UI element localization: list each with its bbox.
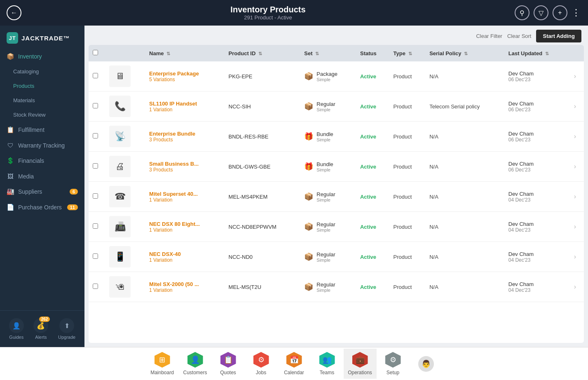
sidebar-item-stock-review[interactable]: Stock Review (0, 108, 84, 122)
table-row[interactable]: 📞 SL1100 IP Handset 1 Variation NCC-SIH … (89, 91, 584, 122)
chevron-right-icon[interactable]: › (574, 133, 576, 140)
row-chevron[interactable]: › (570, 242, 584, 272)
row-chevron[interactable]: › (570, 272, 584, 302)
row-checkbox[interactable] (93, 163, 98, 169)
sort-name-icon[interactable]: ⇅ (166, 51, 170, 56)
chevron-right-icon[interactable]: › (574, 283, 576, 290)
row-chevron[interactable]: › (570, 61, 584, 91)
table-row[interactable]: 📱 NEC DSX-40 1 Variation NCC-ND0 📦 Regul… (89, 242, 584, 272)
table-row[interactable]: 🖲 Mitel SX-2000 (50 ... 1 Variation MEL-… (89, 272, 584, 302)
more-options-button[interactable]: ⋮ (572, 7, 581, 18)
row-product-id: BNDL-RES-RBE (225, 122, 300, 152)
content-area: Clear Filter Clear Sort Start Adding Nam… (84, 26, 588, 347)
guides-button[interactable]: 👤 Guides (9, 318, 24, 340)
product-name-link[interactable]: SL1100 IP Handset (149, 101, 220, 107)
product-variation[interactable]: 3 Products (149, 167, 220, 173)
nav-item-jobs[interactable]: ⚙ Jobs (245, 349, 278, 379)
row-chevron[interactable]: › (570, 91, 584, 122)
product-variation[interactable]: 1 Variation (149, 197, 220, 203)
product-name-link[interactable]: Mitel Superset 40... (149, 191, 220, 197)
chevron-right-icon[interactable]: › (574, 163, 576, 170)
nav-item-setup[interactable]: ⚙ Setup (377, 349, 410, 379)
main-layout: JT JACKTRADE™ 📦 Inventory Cataloging Pro… (0, 26, 588, 347)
row-chevron[interactable]: › (570, 152, 584, 182)
product-image: 🖲 (109, 276, 131, 298)
sidebar-item-products[interactable]: Products (0, 79, 84, 93)
chevron-right-icon[interactable]: › (574, 223, 576, 230)
table-row[interactable]: 🖥 Enterprise Package 5 Variations PKG-EP… (89, 61, 584, 91)
updated-date: 06 Dec'23 (508, 137, 566, 143)
row-chevron[interactable]: › (570, 182, 584, 212)
row-name: Mitel Superset 40... 1 Variation (145, 182, 225, 212)
sidebar-item-financials[interactable]: 💲 Financials (0, 153, 84, 169)
back-button[interactable]: ← (7, 5, 21, 20)
nav-item-avatar[interactable]: 👨 (410, 353, 443, 375)
sidebar-item-materials[interactable]: Materials (0, 93, 84, 108)
sidebar-item-warranty[interactable]: 🛡 Warranty Tracking (0, 138, 84, 153)
nav-item-customers[interactable]: 👤 Customers (179, 349, 212, 379)
sidebar-item-cataloging[interactable]: Cataloging (0, 64, 84, 79)
product-name-link[interactable]: NEC DSX-40 (149, 251, 220, 257)
table-row[interactable]: ☎ Mitel Superset 40... 1 Variation MEL-M… (89, 182, 584, 212)
table-row[interactable]: 🖨 Small Business B... 3 Products BNDL-GW… (89, 152, 584, 182)
chevron-right-icon[interactable]: › (574, 73, 576, 80)
product-name-link[interactable]: Enterprise Package (149, 70, 220, 77)
chevron-right-icon[interactable]: › (574, 103, 576, 110)
filter-button[interactable]: ▽ (534, 5, 548, 20)
chevron-right-icon[interactable]: › (574, 253, 576, 260)
alerts-button[interactable]: 💰 262 Alerts (33, 318, 48, 340)
updated-by: Dev Cham (508, 70, 566, 77)
row-checkbox[interactable] (93, 253, 98, 259)
row-checkbox[interactable] (93, 103, 98, 108)
start-adding-button[interactable]: Start Adding (536, 30, 581, 42)
row-checkbox[interactable] (93, 223, 98, 229)
nav-item-operations[interactable]: 💼 Operations (344, 349, 377, 379)
select-all-checkbox[interactable] (93, 50, 98, 55)
row-status: Active (356, 61, 389, 91)
upgrade-button[interactable]: ⬆ Upgrade (58, 318, 75, 340)
product-variation[interactable]: 1 Variation (149, 287, 220, 293)
product-variation[interactable]: 1 Variation (149, 257, 220, 263)
row-checkbox[interactable] (93, 284, 98, 289)
row-checkbox[interactable] (93, 133, 98, 138)
product-name-link[interactable]: Mitel SX-2000 (50 ... (149, 281, 220, 287)
row-checkbox[interactable] (93, 73, 98, 78)
sort-updated-icon[interactable]: ⇅ (545, 51, 549, 56)
product-variation[interactable]: 1 Variation (149, 107, 220, 113)
add-button[interactable]: + (553, 5, 567, 20)
sidebar-item-purchase-orders[interactable]: 📄 Purchase Orders 11 (0, 199, 84, 215)
row-serial-policy: N/A (425, 152, 504, 182)
nav-item-calendar[interactable]: 📅 Calendar (278, 349, 311, 379)
row-name: SL1100 IP Handset 1 Variation (145, 91, 225, 122)
row-checkbox[interactable] (93, 193, 98, 199)
row-chevron[interactable]: › (570, 122, 584, 152)
sort-set-icon[interactable]: ⇅ (315, 51, 319, 56)
product-variation[interactable]: 3 Products (149, 137, 220, 143)
row-type: Product (389, 122, 426, 152)
sidebar-item-media[interactable]: 🖼 Media (0, 169, 84, 184)
search-button[interactable]: ⚲ (515, 5, 529, 20)
nav-item-mainboard[interactable]: ⊞ Mainboard (146, 349, 179, 379)
table-row[interactable]: 📡 Enterprise Bundle 3 Products BNDL-RES-… (89, 122, 584, 152)
product-name-link[interactable]: Enterprise Bundle (149, 131, 220, 137)
sort-product-id-icon[interactable]: ⇅ (258, 51, 262, 56)
product-name-link[interactable]: NEC DSX 80 Eight... (149, 221, 220, 227)
updated-by: Dev Cham (508, 101, 566, 107)
sort-serial-icon[interactable]: ⇅ (464, 51, 468, 56)
nav-item-quotes[interactable]: 📋 Quotes (212, 349, 245, 379)
nav-item-teams[interactable]: 👥 Teams (311, 349, 344, 379)
table-row[interactable]: 📠 NEC DSX 80 Eight... 1 Variation NCC-ND… (89, 212, 584, 242)
clear-filter-button[interactable]: Clear Filter (476, 33, 502, 39)
product-name-link[interactable]: Small Business B... (149, 161, 220, 167)
updated-by: Dev Cham (508, 281, 566, 287)
chevron-right-icon[interactable]: › (574, 193, 576, 200)
sidebar-item-fulfillment[interactable]: 📋 Fulfillment (0, 122, 84, 138)
product-variation[interactable]: 1 Variation (149, 227, 220, 233)
row-chevron[interactable]: › (570, 212, 584, 242)
sidebar-item-inventory[interactable]: 📦 Inventory (0, 49, 84, 64)
product-variation[interactable]: 5 Variations (149, 77, 220, 82)
clear-sort-button[interactable]: Clear Sort (507, 33, 532, 39)
sidebar-item-suppliers[interactable]: 🏭 Suppliers 6 (0, 184, 84, 199)
product-image: 🖥 (109, 66, 131, 87)
sort-type-icon[interactable]: ⇅ (408, 51, 412, 56)
